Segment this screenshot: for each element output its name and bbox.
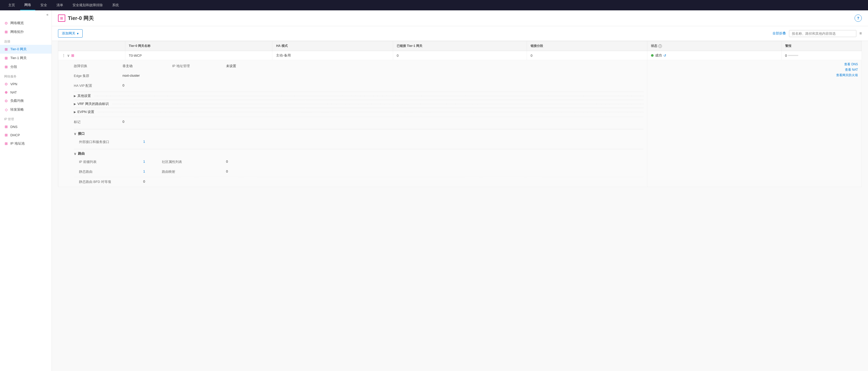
- status-info-icon[interactable]: i: [658, 44, 662, 48]
- sidebar-item-load-balance-label: 负载均衡: [10, 98, 24, 103]
- page-title-area: ⊞ Tier-0 网关: [58, 15, 94, 22]
- sidebar-item-vpn[interactable]: ⊙ VPN: [0, 80, 52, 88]
- sidebar-item-network-overview[interactable]: ⊙ 网络概览: [0, 19, 52, 27]
- status-indicator: 成功 ↺: [651, 53, 777, 58]
- failover-value: 非主动: [120, 62, 172, 70]
- toolbar: 添加网关 ▾ 全部折叠 ≡: [52, 26, 868, 41]
- sidebar-item-network-topology[interactable]: ⊞ 网络拓扑: [0, 27, 52, 36]
- route-map-value: 0: [224, 168, 245, 176]
- search-input[interactable]: [789, 30, 856, 37]
- view-nat-link[interactable]: 查看 NAT: [845, 67, 858, 72]
- sidebar-item-tier0-label: Tier-0 网关: [10, 47, 27, 52]
- tags-label: 标记: [74, 118, 120, 126]
- add-gateway-label: 添加网关: [62, 31, 75, 36]
- sidebar-item-ip-address-pool[interactable]: ⊞ IP 地址池: [0, 139, 52, 148]
- ha-vip-value: 0: [120, 82, 644, 90]
- section-divider-evpn: [98, 112, 644, 112]
- row-menu-btn[interactable]: ⋮: [62, 53, 65, 58]
- status-refresh-btn[interactable]: ↺: [663, 54, 666, 58]
- failover-label: 故障切换: [74, 62, 120, 70]
- sidebar-item-forward-policy[interactable]: ◇ 转发策略: [0, 105, 52, 114]
- row-ha-cell: 主动-备用: [272, 51, 393, 60]
- sidebar: « ⊙ 网络概览 ⊞ 网络拓扑 连接 ⊞ Tier-0 网关 ⊞ Tier-1 …: [0, 10, 52, 371]
- ext-interface-value[interactable]: 1: [141, 138, 167, 146]
- row-actions: ⋮ ∨ ⊞: [62, 53, 121, 58]
- ha-vip-label: HA VIP 配置: [74, 82, 120, 90]
- main-content: ⊞ Tier-0 网关 ? 添加网关 ▾ 全部折叠 ≡: [52, 10, 868, 371]
- sidebar-item-tier0-gateway[interactable]: ⊞ Tier-0 网关: [0, 45, 52, 54]
- row-expand-btn[interactable]: ∨: [67, 53, 70, 58]
- sidebar-item-nat[interactable]: ⊕ NAT: [0, 88, 52, 96]
- sidebar-item-ip-address-pool-label: IP 地址池: [10, 141, 25, 146]
- interfaces-label: 接口: [78, 131, 85, 136]
- section-vrf-label: VRF 网关的路由标识: [78, 102, 109, 106]
- vpn-icon: ⊙: [4, 82, 8, 86]
- th-segment: 链接分段: [527, 41, 647, 51]
- row-name-cell: T0-WCP: [125, 51, 272, 60]
- gateway-table: Tier-0 网关名称 HA 模式 已链接 Tier-1 网关 链接分段 状态 …: [58, 41, 862, 187]
- nav-security-plan[interactable]: 安全规划和故障排除: [68, 0, 107, 10]
- ip-prefix-value[interactable]: 1: [141, 158, 162, 166]
- page-title: Tier-0 网关: [68, 15, 94, 22]
- row-segment: 0: [531, 54, 532, 58]
- row-segment-cell: 0: [527, 51, 647, 60]
- row-tier1: 0: [397, 54, 399, 58]
- sidebar-item-network-topology-label: 网络拓扑: [10, 30, 24, 34]
- routing-section-title[interactable]: ∨ 路由: [74, 149, 644, 157]
- edge-cluster-value: nsxt-cluster: [120, 72, 644, 80]
- nav-security[interactable]: 安全: [36, 0, 51, 10]
- tags-value: 0: [120, 118, 644, 126]
- alert-bar: 0: [785, 54, 858, 58]
- th-tier1: 已链接 Tier-1 网关: [393, 41, 527, 51]
- ip-prefix-label: IP 前缀列表: [79, 158, 141, 166]
- section-other-settings[interactable]: ▶ 其他设置: [74, 92, 644, 100]
- sidebar-collapse-btn[interactable]: «: [0, 10, 52, 19]
- status-dot: [651, 54, 654, 57]
- section-vrf-routing[interactable]: ▶ VRF 网关的路由标识: [74, 100, 644, 108]
- row-tier1-cell: 0: [393, 51, 527, 60]
- nav-home[interactable]: 主页: [4, 0, 19, 10]
- sidebar-item-dhcp[interactable]: ⊞ DHCP: [0, 131, 52, 139]
- tier1-gateway-icon: ⊞: [4, 56, 8, 60]
- sidebar-item-segment[interactable]: ⊞ 分段: [0, 62, 52, 71]
- nav-inventory[interactable]: 清单: [52, 0, 67, 10]
- sidebar-item-segment-label: 分段: [10, 64, 17, 69]
- sidebar-item-dns-label: DNS: [10, 125, 17, 129]
- static-bfd-label: 静态路由 BFD 对等项: [79, 178, 141, 186]
- edge-cluster-label: Edge 集群: [74, 72, 120, 80]
- add-gateway-button[interactable]: 添加网关 ▾: [58, 29, 83, 37]
- detail-row-basic: 故障切换 非主动 IP 地址管理 未设置 Edge 集群 nsxt-cluste…: [58, 60, 862, 187]
- add-gateway-chevron: ▾: [77, 32, 79, 35]
- section-chevron-vrf: ▶: [74, 102, 76, 106]
- filter-icon[interactable]: ≡: [860, 31, 862, 36]
- ip-address-pool-icon: ⊞: [4, 141, 8, 146]
- dhcp-icon: ⊞: [4, 133, 8, 137]
- app-layout: « ⊙ 网络概览 ⊞ 网络拓扑 连接 ⊞ Tier-0 网关 ⊞ Tier-1 …: [0, 10, 868, 371]
- nav-network[interactable]: 网络: [20, 0, 35, 10]
- th-status-label: 状态: [651, 44, 657, 48]
- sidebar-item-load-balance[interactable]: ⊙ 负载均衡: [0, 96, 52, 105]
- status-text: 成功: [655, 53, 662, 58]
- th-actions: [58, 41, 125, 51]
- static-route-label: 静态路由: [79, 168, 141, 176]
- table-header-row: Tier-0 网关名称 HA 模式 已链接 Tier-1 网关 链接分段 状态 …: [58, 41, 862, 51]
- view-firewall-link[interactable]: 查看网关防火墙: [836, 73, 858, 78]
- sidebar-item-tier1-label: Tier-1 网关: [10, 56, 27, 60]
- row-edit-btn[interactable]: ⊞: [71, 53, 74, 58]
- tier0-gateway-icon: ⊞: [4, 47, 8, 51]
- help-icon[interactable]: ?: [855, 15, 862, 22]
- network-topology-icon: ⊞: [4, 30, 8, 34]
- static-route-value[interactable]: 1: [141, 168, 162, 176]
- th-ha: HA 模式: [272, 41, 393, 51]
- sidebar-item-dns[interactable]: ⊞ DNS: [0, 122, 52, 131]
- nav-system[interactable]: 系统: [108, 0, 123, 10]
- collapse-all-button[interactable]: 全部折叠: [772, 31, 786, 36]
- view-dns-link[interactable]: 查看 DNS: [844, 62, 858, 66]
- interfaces-section-title[interactable]: ∨ 接口: [74, 129, 644, 137]
- row-status-cell: 成功 ↺: [647, 51, 781, 60]
- sidebar-item-tier1-gateway[interactable]: ⊞ Tier-1 网关: [0, 54, 52, 62]
- top-navigation: 主页 网络 安全 清单 安全规划和故障排除 系统: [0, 0, 868, 10]
- dns-icon: ⊞: [4, 124, 8, 129]
- section-evpn-settings[interactable]: ▶ EVPN 设置: [74, 108, 644, 116]
- page-title-icon: ⊞: [58, 15, 65, 22]
